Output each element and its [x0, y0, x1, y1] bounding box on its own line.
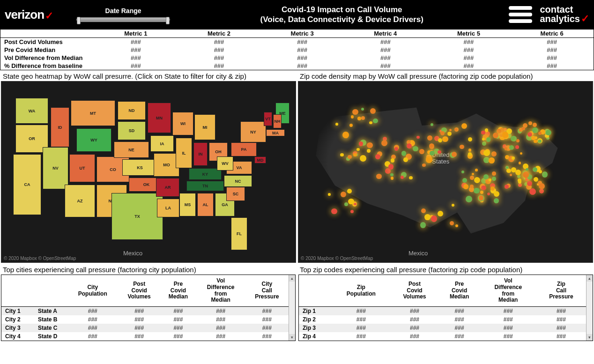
city-value-cell: ###	[245, 315, 289, 324]
state-nd[interactable]: ND	[118, 101, 146, 120]
state-la[interactable]: LA	[157, 199, 179, 217]
zip-density-dot	[502, 132, 508, 138]
zip-density-dot	[511, 136, 517, 142]
date-range-slider[interactable]	[76, 17, 170, 22]
zip-density-dot	[492, 171, 496, 176]
state-il[interactable]: IL	[176, 138, 192, 168]
state-id[interactable]: ID	[51, 107, 69, 147]
metric-column-header: Metric 5	[427, 30, 511, 38]
map-attribution: © 2020 Mapbox © OpenStreetMap	[4, 256, 76, 261]
zip-table-header: PreCovidMedian	[438, 275, 480, 307]
table-row[interactable]: Zip 1###############	[299, 307, 586, 316]
analytics-check-icon: ✓	[581, 13, 589, 24]
zip-density-dot	[350, 210, 354, 213]
table-row[interactable]: Zip 2###############	[299, 315, 586, 324]
zip-density-dot	[356, 148, 359, 151]
city-table-header: PostCovidVolumes	[119, 275, 160, 307]
zip-table-scrollbar[interactable]: ▴ ▾	[586, 275, 593, 341]
zip-density-dot	[376, 174, 382, 179]
scroll-down-icon[interactable]: ▾	[587, 334, 593, 341]
zip-value-cell: ###	[332, 324, 391, 332]
zip-density-dot	[491, 151, 497, 156]
zip-value-cell: ###	[480, 332, 536, 341]
state-az[interactable]: AZ	[65, 185, 95, 217]
zip-density-dot	[438, 211, 443, 216]
scroll-down-icon[interactable]: ▾	[289, 334, 295, 341]
scroll-up-icon[interactable]: ▴	[289, 275, 295, 282]
zip-density-map[interactable]: UnitedStates Mexico © 2020 Mapbox © Open…	[298, 81, 593, 263]
state-mn[interactable]: MN	[148, 103, 171, 133]
state-nc[interactable]: NC	[224, 175, 252, 187]
zip-density-dot	[401, 151, 406, 156]
metric-cell: ###	[510, 62, 594, 70]
state-wv[interactable]: WV	[217, 156, 233, 171]
top-zips-title: Top zip codes experiencing call pressure…	[297, 265, 594, 275]
metric-column-header: Metric 6	[510, 30, 594, 38]
state-heatmap[interactable]: Mexico © 2020 Mapbox © OpenStreetMap WAO…	[1, 81, 296, 263]
city-table-header	[1, 275, 34, 307]
state-ks[interactable]: KS	[122, 159, 157, 176]
state-sd[interactable]: SD	[118, 121, 146, 140]
state-mt[interactable]: MT	[71, 100, 115, 126]
state-pa[interactable]: PA	[231, 142, 257, 156]
zip-density-dot	[480, 191, 483, 194]
state-mi[interactable]: MI	[194, 114, 215, 140]
table-row[interactable]: City 1State A###############	[1, 307, 289, 316]
state-ms[interactable]: MS	[179, 193, 196, 216]
scroll-up-icon[interactable]: ▴	[587, 275, 593, 282]
zip-density-dot	[546, 130, 551, 135]
state-tx[interactable]: TX	[111, 193, 163, 240]
zip-density-dot	[403, 157, 408, 162]
state-al[interactable]: AL	[197, 193, 214, 216]
metric-cell: ###	[260, 54, 344, 62]
state-name-cell: State B	[34, 315, 67, 324]
zip-density-dot	[367, 142, 372, 148]
state-in[interactable]: IN	[193, 142, 208, 166]
zip-density-title: Zip code density map by WoW call pressur…	[297, 71, 594, 81]
state-ar[interactable]: AR	[156, 178, 179, 197]
state-wa[interactable]: WA	[15, 98, 48, 124]
state-nh[interactable]: NH	[273, 114, 282, 128]
menu-icon[interactable]	[509, 6, 532, 23]
table-row[interactable]: City 4State D###############	[1, 332, 289, 341]
table-row[interactable]: City 3State C###############	[1, 324, 289, 332]
state-sc[interactable]: SC	[226, 187, 245, 201]
city-table-scrollbar[interactable]: ▴ ▾	[289, 275, 295, 341]
zip-name-cell: Zip 2	[299, 315, 332, 324]
zip-density-dot	[361, 116, 365, 120]
zip-density-dot	[361, 108, 364, 111]
state-wy[interactable]: WY	[76, 128, 111, 152]
state-wi[interactable]: WI	[172, 112, 193, 135]
city-value-cell: ###	[119, 332, 160, 341]
city-value-cell: ###	[196, 332, 245, 341]
metric-cell: ###	[510, 46, 594, 54]
state-fl[interactable]: FL	[231, 217, 247, 250]
table-row[interactable]: City 2State B###############	[1, 315, 289, 324]
state-nv[interactable]: NV	[43, 147, 68, 189]
top-cities-table: CityPopulationPostCovidVolumesPreCovidMe…	[1, 275, 296, 341]
zip-density-dot	[529, 188, 536, 195]
table-row[interactable]: Zip 3###############	[299, 324, 586, 332]
city-value-cell: ###	[119, 324, 160, 332]
zip-density-dot	[431, 123, 433, 126]
state-ne[interactable]: NE	[114, 141, 149, 158]
zip-density-dot	[534, 177, 538, 182]
city-table-header: PreCovidMedian	[160, 275, 196, 307]
state-ut[interactable]: UT	[69, 154, 95, 182]
table-row[interactable]: Zip 4###############	[299, 332, 586, 341]
state-md[interactable]: MD	[254, 156, 266, 163]
zip-density-dot	[394, 147, 398, 151]
state-ca[interactable]: CA	[13, 154, 41, 215]
metric-cell: ###	[260, 38, 344, 46]
state-ia[interactable]: IA	[150, 135, 174, 152]
metric-cell: ###	[94, 62, 178, 70]
zip-density-dot	[341, 192, 346, 197]
state-vt[interactable]: VT	[264, 112, 272, 126]
title-line1: Covid-19 Impact on Call Volume	[175, 5, 509, 15]
zip-table-header: PostCovidVolumes	[391, 275, 439, 307]
city-value-cell: ###	[160, 315, 196, 324]
state-ma[interactable]: MA	[266, 129, 285, 136]
zip-value-cell: ###	[438, 307, 480, 316]
state-tn[interactable]: TN	[186, 181, 224, 191]
state-ny[interactable]: NY	[240, 121, 266, 142]
